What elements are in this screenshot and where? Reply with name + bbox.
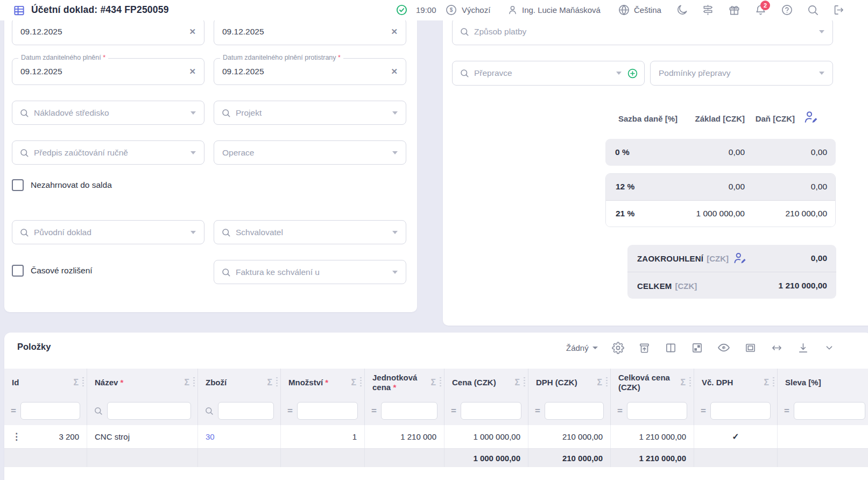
filter-input-vat[interactable] [545,402,604,420]
column-header-name[interactable]: Název *Σ [87,369,198,397]
columns-icon[interactable] [665,342,677,354]
operation-select[interactable]: Operace [214,140,406,165]
accrual-checkbox-row[interactable]: Časové rozlišení [12,265,93,277]
aggregate-icon[interactable]: Σ [680,378,686,387]
aggregate-icon[interactable]: Σ [597,378,602,387]
chevron-down-icon[interactable] [392,111,398,115]
aggregate-icon[interactable]: Σ [73,378,79,387]
status-check-icon[interactable] [396,4,408,16]
chevron-down-icon[interactable] [190,231,196,234]
cell-total-price[interactable]: 1 210 000,00 [611,425,694,448]
filter-input-price[interactable] [461,402,521,420]
unarchive-icon[interactable] [638,342,651,354]
aggregate-icon[interactable]: Σ [351,378,356,387]
date-taxable-field[interactable]: Datum zdanitelného plnění * 09.12.2025 ✕ [12,58,204,85]
date-field-1[interactable]: 09.12.2025 ✕ [12,18,204,45]
chevron-down-icon[interactable] [392,271,398,274]
project-select[interactable]: Projekt [214,101,406,125]
add-carrier-icon[interactable] [627,68,638,79]
aggregate-icon[interactable]: Σ [184,378,189,387]
layout-mosaic-icon[interactable] [691,342,703,354]
checkbox[interactable] [12,265,24,277]
filter-input-id[interactable] [20,402,80,420]
clear-icon[interactable]: ✕ [391,67,398,76]
cell-name[interactable]: CNC stroj [87,425,198,448]
currency-badge-icon[interactable]: $ [445,4,457,16]
date-field-2[interactable]: 09.12.2025 ✕ [214,18,406,45]
column-resize-handle[interactable] [773,377,774,388]
signpost-icon[interactable] [702,4,714,16]
exclude-balance-checkbox-row[interactable]: Nezahrnovat do salda [12,179,112,191]
chevron-down-icon[interactable] [392,231,398,234]
checkbox[interactable] [12,179,24,191]
invoice-approval-select[interactable]: Faktura ke schválení u [214,260,406,284]
filter-input-incl-vat[interactable] [710,402,771,420]
equals-filter-icon[interactable]: = [11,406,16,417]
column-resize-handle[interactable] [606,377,608,388]
chevron-down-icon[interactable] [392,151,398,154]
cell-unit-price[interactable]: 1 210 000 [365,425,444,448]
group-by-select[interactable]: Žádný [566,343,598,352]
equals-filter-icon[interactable]: = [701,406,706,417]
collapse-chevron-icon[interactable] [823,342,835,354]
cell-incl-vat[interactable]: ✓ [694,425,778,448]
column-resize-handle[interactable] [689,377,691,388]
settings-icon[interactable] [612,342,624,354]
chevron-down-icon[interactable] [819,72,824,75]
approver-select[interactable]: Schvalovatel [214,220,406,244]
language-label[interactable]: Čeština [634,5,661,15]
column-header-incl-vat[interactable]: Vč. DPHΣ [694,369,778,397]
aggregate-icon[interactable]: Σ [431,378,436,387]
original-document-select[interactable]: Původní doklad [12,220,204,244]
column-header-quantity[interactable]: Množství *Σ [281,369,365,397]
date-value[interactable]: 09.12.2025 [20,67,189,76]
column-header-price[interactable]: Cena (CZK)Σ [444,369,528,397]
column-header-goods[interactable]: ZbožíΣ [198,369,281,397]
goods-link[interactable]: 30 [206,432,215,441]
date-value[interactable]: 09.12.2025 [20,27,189,37]
gift-icon[interactable] [728,4,740,16]
cell-vat[interactable]: 210 000,00 [528,425,611,448]
clear-icon[interactable]: ✕ [189,27,196,37]
user-icon[interactable] [507,4,518,16]
column-resize-handle[interactable] [524,377,525,388]
filter-input-unit-price[interactable] [381,402,437,420]
date-taxable-counterparty-field[interactable]: Datum zdanitelného plnění protistrany * … [214,58,406,85]
column-header-total-price[interactable]: Celková cena (CZK)Σ [611,369,694,397]
person-edit-icon[interactable] [803,110,818,125]
help-icon[interactable] [781,4,793,16]
clear-icon[interactable]: ✕ [391,27,398,37]
logout-icon[interactable] [832,4,845,16]
cell-price[interactable]: 1 000 000,00 [444,425,528,448]
shipping-terms-select[interactable]: Podmínky přepravy [650,61,833,86]
user-name[interactable]: Ing. Lucie Maňásková [522,5,601,15]
cell-quantity[interactable]: 1 [281,425,365,448]
profile-label[interactable]: Výchozí [462,5,490,15]
column-resize-handle[interactable] [82,377,84,388]
chevron-down-icon[interactable] [190,151,196,154]
search-icon[interactable] [807,4,819,16]
clear-icon[interactable]: ✕ [189,67,196,76]
equals-filter-icon[interactable]: = [371,406,377,417]
cost-center-select[interactable]: Nákladové středisko [12,101,204,125]
equals-filter-icon[interactable]: = [287,406,293,417]
aggregate-icon[interactable]: Σ [267,378,272,387]
filter-input-total-price[interactable] [627,402,687,420]
equals-filter-icon[interactable]: = [451,406,456,417]
column-resize-handle[interactable] [276,377,278,388]
date-value[interactable]: 09.12.2025 [222,27,391,37]
time-label[interactable]: 19:00 [416,5,436,15]
chevron-down-icon[interactable] [819,30,824,33]
visibility-icon[interactable] [717,341,730,354]
filter-input-quantity[interactable] [297,402,358,420]
column-resize-handle[interactable] [360,377,362,388]
fit-frame-icon[interactable] [744,342,757,354]
aggregate-icon[interactable]: Σ [764,378,769,387]
expand-horizontal-icon[interactable] [771,342,783,354]
column-header-vat[interactable]: DPH (CZK)Σ [528,369,611,397]
column-header-id[interactable]: IdΣ [4,369,87,397]
download-icon[interactable] [797,342,809,354]
search-icon[interactable] [94,406,103,415]
chevron-down-icon[interactable] [616,72,622,75]
column-header-unit-price[interactable]: Jednotková cena *Σ [365,369,444,397]
